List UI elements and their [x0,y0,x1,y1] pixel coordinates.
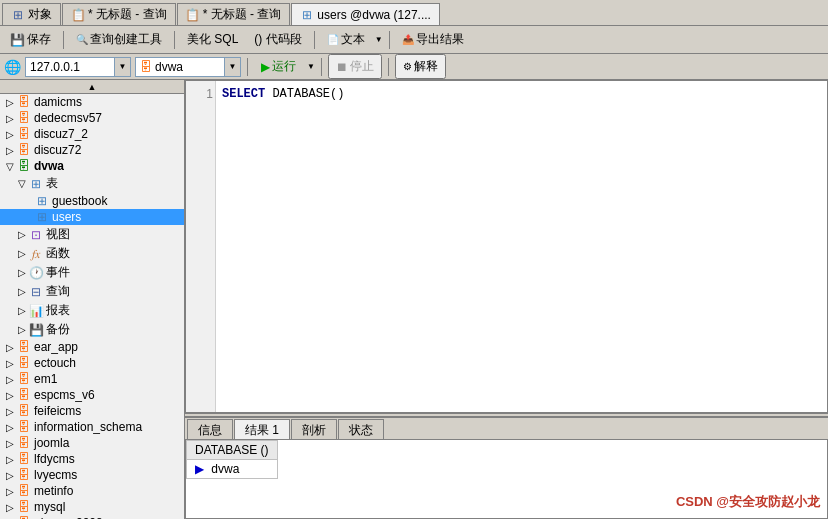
expand-joomla[interactable]: ▷ [4,437,16,449]
tab-bar: ⊞ 对象 📋 * 无标题 - 查询 📋 * 无标题 - 查询 ⊞ users @… [0,0,828,26]
sidebar-item-lvyecms[interactable]: ▷ 🗄 lvyecms [0,467,184,483]
sql-select: SELECT [222,87,272,101]
sidebar-item-tables[interactable]: ▽ ⊞ 表 [0,174,184,193]
sidebar-item-users[interactable]: ⊞ users [0,209,184,225]
sidebar-item-reports[interactable]: ▷ 📊 报表 [0,301,184,320]
beautify-button[interactable]: 美化 SQL [181,28,244,51]
sidebar-scroll[interactable]: ▷ 🗄 damicms ▷ 🗄 dedecmsv57 ▷ 🗄 discuz7_2 [0,94,184,519]
table-icon-guestbook: ⊞ [34,194,50,208]
stop-button[interactable]: ⏹ 停止 [328,54,382,79]
db-icon-espcms_v6: 🗄 [16,388,32,402]
expand-ear_app[interactable]: ▷ [4,341,16,353]
db-field[interactable]: 🗄 dvwa [135,57,225,77]
text-icon: 📄 [327,34,339,45]
code-snippet-button[interactable]: () 代码段 [248,28,307,51]
expand-em1[interactable]: ▷ [4,373,16,385]
expand-dedecmsv57[interactable]: ▷ [4,112,16,124]
save-button[interactable]: 💾 保存 [4,28,57,51]
result-table: DATABASE () ▶ dvwa [186,440,278,479]
export-icon: 📤 [402,34,414,45]
sidebar-item-dvwa[interactable]: ▽ 🗄 dvwa [0,158,184,174]
sidebar-item-information_schema[interactable]: ▷ 🗄 information_schema [0,419,184,435]
run-button[interactable]: ▶ 运行 [254,55,303,78]
host-select-arrow[interactable]: ▼ [115,57,131,77]
result-tab-status[interactable]: 状态 [338,419,384,439]
sidebar-item-mysql[interactable]: ▷ 🗄 mysql [0,499,184,515]
expand-dvwa[interactable]: ▽ [4,160,16,172]
run-dropdown[interactable]: ▼ [307,62,315,71]
text-button[interactable]: 📄 文本 [321,28,371,51]
expand-discuz72[interactable]: ▷ [4,144,16,156]
tab-users[interactable]: ⊞ users @dvwa (127.... [291,3,440,25]
label-joomla: joomla [34,436,69,450]
host-field[interactable]: 127.0.0.1 [25,57,115,77]
label-dvwa: dvwa [34,159,64,173]
db-icon-lfdycms: 🗄 [16,452,32,466]
expand-tables[interactable]: ▽ [16,178,28,190]
expand-mysql[interactable]: ▷ [4,501,16,513]
watermark: CSDN @安全攻防赵小龙 [676,493,820,511]
sidebar-item-events[interactable]: ▷ 🕐 事件 [0,263,184,282]
expand-damicms[interactable]: ▷ [4,96,16,108]
tab-object[interactable]: ⊞ 对象 [2,3,61,25]
editor-area: 1 SELECT DATABASE() [185,80,828,413]
expand-lfdycms[interactable]: ▷ [4,453,16,465]
expand-lvyecms[interactable]: ▷ [4,469,16,481]
sidebar-item-espcms_v6[interactable]: ▷ 🗄 espcms_v6 [0,387,184,403]
sidebar-item-metinfo[interactable]: ▷ 🗄 metinfo [0,483,184,499]
expand-espcms_v6[interactable]: ▷ [4,389,16,401]
code-editor[interactable]: SELECT DATABASE() [216,81,827,412]
expand-feifeicms[interactable]: ▷ [4,405,16,417]
sidebar-item-functions[interactable]: ▷ 𝑓𝑥 函数 [0,244,184,263]
sidebar-item-ear_app[interactable]: ▷ 🗄 ear_app [0,339,184,355]
sidebar-item-damicms[interactable]: ▷ 🗄 damicms [0,94,184,110]
sidebar-item-backup[interactable]: ▷ 💾 备份 [0,320,184,339]
expand-events[interactable]: ▷ [16,267,28,279]
sidebar-item-em1[interactable]: ▷ 🗄 em1 [0,371,184,387]
label-backup: 备份 [46,321,70,338]
save-icon: 💾 [10,33,25,47]
sidebar-scroll-up[interactable]: ▲ [0,80,184,94]
sidebar-item-guestbook[interactable]: ⊞ guestbook [0,193,184,209]
expand-ectouch[interactable]: ▷ [4,357,16,369]
label-discuz72: discuz72 [34,143,81,157]
expand-metinfo[interactable]: ▷ [4,485,16,497]
expand-views[interactable]: ▷ [16,229,28,241]
expand-functions[interactable]: ▷ [16,248,28,260]
tab-query1[interactable]: 📋 * 无标题 - 查询 [62,3,176,25]
sidebar-item-discuz7_2[interactable]: ▷ 🗄 discuz7_2 [0,126,184,142]
expand-backup[interactable]: ▷ [16,324,28,336]
expand-information_schema[interactable]: ▷ [4,421,16,433]
sidebar-item-feifeicms[interactable]: ▷ 🗄 feifeicms [0,403,184,419]
backup-icon: 💾 [28,323,44,337]
db-icon-damicms: 🗄 [16,95,32,109]
expand-reports[interactable]: ▷ [16,305,28,317]
label-users: users [52,210,81,224]
db-select-wrapper: 🗄 dvwa ▼ [135,57,241,77]
sidebar-item-lfdycms[interactable]: ▷ 🗄 lfdycms [0,451,184,467]
sidebar-item-joomla[interactable]: ▷ 🗄 joomla [0,435,184,451]
result-tab-profiling[interactable]: 剖析 [291,419,337,439]
sidebar-item-dedecmsv57[interactable]: ▷ 🗄 dedecmsv57 [0,110,184,126]
sidebar-item-views[interactable]: ▷ ⊡ 视图 [0,225,184,244]
run-icon: ▶ [261,60,270,74]
sidebar-item-discuz72[interactable]: ▷ 🗄 discuz72 [0,142,184,158]
explain-button[interactable]: ⚙ 解释 [395,54,446,79]
expand-discuz7_2[interactable]: ▷ [4,128,16,140]
result-tab-result1[interactable]: 结果 1 [234,419,290,439]
db-icon-information_schema: 🗄 [16,420,32,434]
result-tab-info[interactable]: 信息 [187,419,233,439]
db-select-arrow[interactable]: ▼ [225,57,241,77]
db-icon-discuz72: 🗄 [16,143,32,157]
views-icon: ⊡ [28,228,44,242]
query-builder-button[interactable]: 🔍 查询创建工具 [70,28,168,51]
expand-query[interactable]: ▷ [16,286,28,298]
sidebar-item-phpcms2008[interactable]: ▷ 🗄 phpcms2008 [0,515,184,519]
label-functions: 函数 [46,245,70,262]
toolbar-sep-arrow: ▼ [375,35,383,44]
export-button[interactable]: 📤 导出结果 [396,28,470,51]
sidebar-item-query[interactable]: ▷ ⊟ 查询 [0,282,184,301]
label-lfdycms: lfdycms [34,452,75,466]
tab-query2[interactable]: 📋 * 无标题 - 查询 [177,3,291,25]
sidebar-item-ectouch[interactable]: ▷ 🗄 ectouch [0,355,184,371]
